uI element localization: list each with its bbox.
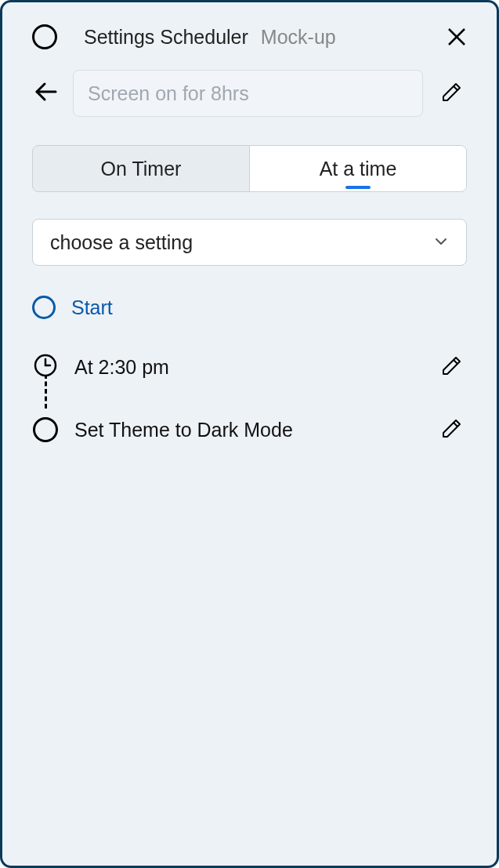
timeline-action-row: Set Theme to Dark Mode xyxy=(32,413,467,446)
timeline-time-label: At 2:30 pm xyxy=(74,356,421,379)
chevron-down-icon xyxy=(433,231,449,254)
header-subtitle: Mock-up xyxy=(261,26,336,49)
tabs: On Timer At a time xyxy=(32,145,467,192)
close-icon[interactable] xyxy=(447,27,467,47)
edit-action-icon[interactable] xyxy=(437,413,467,446)
timeline: At 2:30 pm Set Theme to Dark Mode xyxy=(32,350,467,446)
tab-on-timer-label: On Timer xyxy=(101,158,182,180)
header-circle-icon xyxy=(32,24,57,49)
svg-line-8 xyxy=(454,423,457,427)
start-circle-icon xyxy=(32,296,56,319)
tab-at-a-time[interactable]: At a time xyxy=(249,146,466,191)
header-title: Settings Scheduler xyxy=(84,26,248,49)
tab-at-a-time-label: At a time xyxy=(320,158,397,180)
tab-on-timer[interactable]: On Timer xyxy=(33,146,249,191)
app-container: Settings Scheduler Mock-up On Timer xyxy=(0,0,499,868)
svg-line-7 xyxy=(454,360,457,364)
edit-time-icon[interactable] xyxy=(437,350,467,383)
start-label: Start xyxy=(71,296,113,319)
title-input[interactable] xyxy=(73,70,423,117)
timeline-action-label: Set Theme to Dark Mode xyxy=(74,419,421,441)
circle-icon xyxy=(33,417,58,442)
title-input-row xyxy=(32,70,467,117)
svg-line-3 xyxy=(454,86,457,90)
clock-icon xyxy=(33,353,58,381)
header: Settings Scheduler Mock-up xyxy=(32,24,467,49)
setting-select-label: choose a setting xyxy=(50,231,193,254)
setting-select[interactable]: choose a setting xyxy=(32,219,467,266)
edit-title-icon[interactable] xyxy=(437,77,467,110)
back-arrow-icon[interactable] xyxy=(32,78,59,108)
start-row[interactable]: Start xyxy=(32,296,467,319)
timeline-time-row: At 2:30 pm xyxy=(32,350,467,383)
